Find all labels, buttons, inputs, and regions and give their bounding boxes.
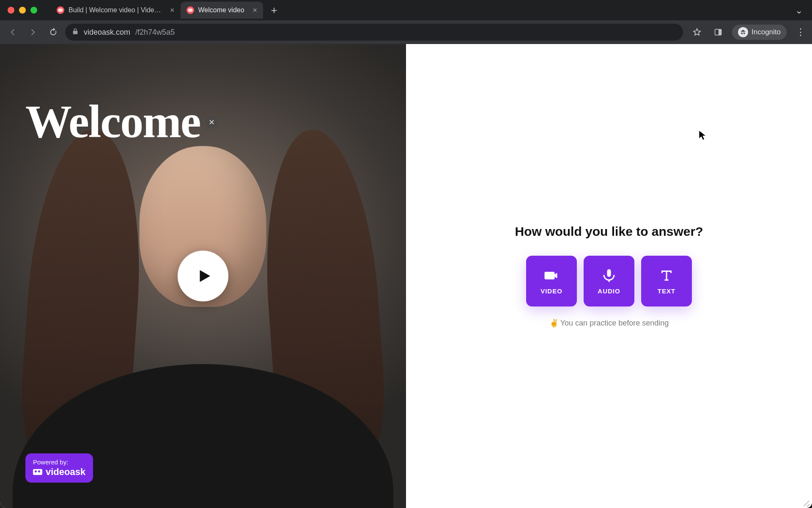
bookmark-button[interactable] (690, 25, 704, 39)
brand-row: videoask (33, 467, 85, 478)
toolbar-right: Incognito ⋮ (690, 25, 808, 40)
side-panel-button[interactable] (711, 25, 725, 39)
hint-emoji: ✌️ (549, 319, 559, 327)
star-icon (692, 28, 702, 37)
answer-option-video[interactable]: VIDEO (526, 256, 577, 306)
url-host: videoask.com (84, 28, 130, 37)
text-icon (659, 268, 674, 283)
reload-button[interactable] (45, 24, 62, 41)
answer-pane: How would you like to answer? VIDEO AUDI… (406, 44, 812, 508)
new-tab-button[interactable]: + (267, 3, 281, 17)
title-close-button[interactable]: ✕ (205, 116, 218, 129)
answer-prompt: How would you like to answer? (515, 224, 703, 239)
powered-by-label: Powered by: (33, 458, 85, 466)
incognito-icon (738, 27, 748, 37)
window-close-button[interactable] (8, 7, 14, 14)
brand-name: videoask (46, 467, 85, 478)
forward-arrow-icon (28, 28, 38, 37)
microphone-icon (601, 268, 617, 283)
option-label: AUDIO (598, 287, 620, 295)
window-maximize-button[interactable] (30, 7, 37, 14)
window-controls (8, 7, 37, 14)
lock-icon (72, 28, 79, 36)
option-label: TEXT (658, 287, 675, 295)
window-minimize-button[interactable] (19, 7, 26, 14)
browser-menu-button[interactable]: ⋮ (793, 25, 808, 39)
reload-icon (49, 28, 58, 37)
video-pane: Welcome ✕ Powered by: videoask (0, 44, 406, 508)
svg-rect-1 (719, 29, 721, 35)
powered-by-badge[interactable]: Powered by: videoask (25, 453, 93, 483)
video-camera-icon (544, 268, 559, 283)
tab-title: Welcome video (198, 6, 244, 14)
side-panel-icon (714, 28, 722, 36)
answer-options: VIDEO AUDIO TEXT (515, 256, 703, 306)
browser-tab-build[interactable]: Build | Welcome video | VideoA × (51, 2, 181, 19)
answer-option-text[interactable]: TEXT (641, 256, 692, 306)
answer-option-audio[interactable]: AUDIO (584, 256, 634, 306)
close-icon[interactable]: × (170, 6, 175, 15)
play-icon (195, 267, 213, 285)
favicon-icon (57, 6, 64, 14)
favicon-icon (187, 6, 194, 14)
kebab-menu-icon: ⋮ (796, 27, 805, 38)
address-bar[interactable]: videoask.com/f2h74w5a5 (65, 24, 683, 41)
video-title: Welcome (25, 95, 200, 149)
practice-hint: ✌️You can practice before sending (515, 318, 703, 328)
close-icon: ✕ (208, 118, 215, 127)
incognito-indicator[interactable]: Incognito (732, 25, 787, 40)
back-button[interactable] (4, 24, 21, 41)
tab-title: Build | Welcome video | VideoA (69, 6, 162, 14)
hint-text: You can practice before sending (560, 319, 669, 327)
play-button[interactable] (178, 251, 228, 301)
option-label: VIDEO (540, 287, 562, 295)
back-arrow-icon (8, 28, 17, 37)
resize-grip-icon (802, 498, 810, 506)
browser-tab-welcome[interactable]: Welcome video × (181, 2, 263, 19)
videoask-logo-icon (33, 469, 42, 475)
close-icon[interactable]: × (253, 6, 258, 15)
tab-strip: Build | Welcome video | VideoA × Welcome… (0, 0, 812, 20)
forward-button[interactable] (25, 24, 41, 41)
page-viewport: Welcome ✕ Powered by: videoask How would… (0, 44, 812, 508)
browser-toolbar: videoask.com/f2h74w5a5 Incognito ⋮ (0, 20, 812, 44)
tab-list-dropdown[interactable]: ⌄ (795, 5, 803, 16)
url-path: /f2h74w5a5 (135, 28, 175, 37)
incognito-label: Incognito (752, 28, 781, 36)
